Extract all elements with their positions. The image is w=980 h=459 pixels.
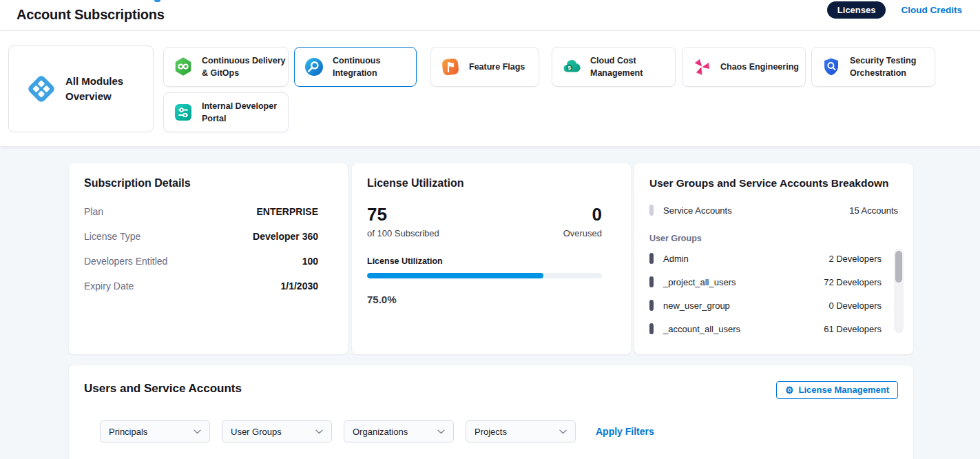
overused-stat: 0 Overused <box>563 205 602 238</box>
detail-label: License Type <box>84 231 140 242</box>
group-value: 2 Developers <box>828 254 882 264</box>
detail-label: Developers Entitled <box>84 256 167 267</box>
chaos-engineering-icon <box>691 57 712 77</box>
all-modules-icon <box>25 73 57 105</box>
chevron-down-icon <box>315 429 323 434</box>
module-tile-idp[interactable]: Internal Developer Portal <box>163 92 289 132</box>
service-accounts-label: Service Accounts <box>663 205 732 216</box>
detail-row-expiry-date: Expiry Date 1/1/2030 <box>84 274 318 298</box>
detail-label: Plan <box>84 206 103 217</box>
module-strip: All Modules Overview Continuous Delivery… <box>0 32 980 146</box>
security-testing-icon <box>821 57 842 77</box>
organizations-dropdown[interactable]: Organizations <box>344 420 454 442</box>
service-accounts-row: Service Accounts 15 Accounts <box>649 205 898 216</box>
clipped-header-icon <box>154 0 160 2</box>
module-tile-chaos-engineering[interactable]: Chaos Engineering <box>682 47 806 87</box>
used-stat: 75 of 100 Subscribed <box>367 205 439 238</box>
group-marker-icon <box>649 300 654 311</box>
header-nav: Licenses Cloud Credits <box>827 1 962 19</box>
chevron-down-icon <box>194 429 201 434</box>
gear-icon: ⚙ <box>785 385 794 395</box>
detail-value: Developer 360 <box>253 231 318 242</box>
utilization-bar-label: License Utilization <box>367 256 616 266</box>
group-name: new_user_group <box>663 300 730 311</box>
license-utilization-card: License Utilization 75 of 100 Subscribed… <box>352 163 631 354</box>
group-value: 61 Developers <box>824 324 882 334</box>
license-management-button[interactable]: ⚙ License Management <box>776 381 898 399</box>
user-group-row: _project_all_users 72 Developers <box>649 270 882 294</box>
feature-flags-icon <box>440 57 461 77</box>
module-tile-label: Continuous Delivery & GitOps <box>202 54 286 79</box>
account-subscriptions-page: Account Subscriptions Licenses Cloud Cre… <box>0 0 980 459</box>
chevron-down-icon <box>437 429 445 434</box>
group-marker-icon <box>649 323 654 334</box>
group-name: _account_all_users <box>663 324 740 334</box>
module-tile-label: Security Testing Orchestration <box>850 54 916 79</box>
group-value: 72 Developers <box>824 277 882 287</box>
continuous-integration-icon <box>304 57 324 77</box>
group-name: Admin <box>663 254 689 264</box>
utilization-percent: 75.0% <box>367 294 616 305</box>
module-tile-label: Chaos Engineering <box>720 61 799 73</box>
license-utilization-title: License Utilization <box>367 177 616 190</box>
user-groups-heading: User Groups <box>649 234 898 243</box>
user-group-row: Admin 2 Developers <box>649 247 882 270</box>
svg-text:$: $ <box>568 65 572 71</box>
breakdown-card: User Groups and Service Accounts Breakdo… <box>634 163 913 354</box>
cd-gitops-icon <box>173 57 194 77</box>
page-header: Account Subscriptions Licenses Cloud Cre… <box>0 0 980 31</box>
group-marker-icon <box>649 253 654 264</box>
utilization-progress-track <box>367 273 602 278</box>
content-area: Subscription Details Plan ENTERPRISE Lic… <box>0 146 980 459</box>
user-group-row: new_user_group 0 Developers <box>649 294 882 317</box>
detail-row-plan: Plan ENTERPRISE <box>84 199 318 224</box>
service-accounts-value: 15 Accounts <box>849 205 898 216</box>
cloud-cost-icon: $ <box>561 57 582 77</box>
scrollbar-thumb[interactable] <box>895 251 902 283</box>
user-group-list: Admin 2 Developers _project_all_users 72… <box>649 247 898 340</box>
module-tile-security-testing[interactable]: Security Testing Orchestration <box>811 47 935 87</box>
apply-filters-link[interactable]: Apply Filters <box>596 426 654 437</box>
overused-caption: Overused <box>563 228 602 238</box>
principals-dropdown[interactable]: Principals <box>100 420 210 442</box>
overused-count: 0 <box>563 205 602 225</box>
breakdown-title: User Groups and Service Accounts Breakdo… <box>649 177 898 190</box>
licenses-tab[interactable]: Licenses <box>827 1 886 19</box>
detail-row-developers-entitled: Developers Entitled 100 <box>84 249 318 274</box>
group-value: 0 Developers <box>828 300 882 311</box>
utilization-progress-fill <box>367 273 543 278</box>
cloud-credits-tab[interactable]: Cloud Credits <box>901 5 962 15</box>
subscription-details-title: Subscription Details <box>84 177 333 190</box>
detail-value: 1/1/2030 <box>281 280 319 292</box>
internal-developer-portal-icon <box>173 102 194 123</box>
group-list-scrollbar[interactable] <box>894 249 904 333</box>
module-tile-label: Internal Developer Portal <box>202 100 277 125</box>
user-groups-dropdown[interactable]: User Groups <box>222 420 332 442</box>
subscription-details-card: Subscription Details Plan ENTERPRISE Lic… <box>69 163 348 354</box>
group-name: _project_all_users <box>663 277 736 287</box>
dropdown-label: Principals <box>109 427 147 437</box>
subscription-details-rows: Plan ENTERPRISE License Type Developer 3… <box>84 199 333 298</box>
module-tile-continuous-integration[interactable]: Continuous Integration <box>294 47 417 87</box>
used-count: 75 <box>367 205 439 225</box>
module-tile-cd-gitops[interactable]: Continuous Delivery & GitOps <box>163 47 289 87</box>
utilization-stats: 75 of 100 Subscribed 0 Overused <box>367 205 616 238</box>
dropdown-label: Organizations <box>353 427 408 437</box>
module-tile-label: Continuous Integration <box>333 54 380 79</box>
page-title: Account Subscriptions <box>17 7 165 23</box>
dropdown-label: User Groups <box>231 427 282 437</box>
group-marker-icon <box>649 276 654 287</box>
users-service-accounts-card: Users and Service Accounts ⚙ License Man… <box>69 365 913 459</box>
detail-row-license-type: License Type Developer 360 <box>84 224 318 249</box>
used-caption: of 100 Subscribed <box>367 228 439 238</box>
filter-bar: Principals User Groups Organizations Pro… <box>100 420 654 442</box>
module-tile-feature-flags[interactable]: Feature Flags <box>430 47 539 87</box>
all-modules-overview-card[interactable]: All Modules Overview <box>8 45 154 132</box>
license-management-label: License Management <box>799 385 890 395</box>
all-modules-label: All Modules Overview <box>65 74 123 105</box>
service-accounts-marker-icon <box>649 205 654 216</box>
module-tile-label: Feature Flags <box>469 61 525 73</box>
projects-dropdown[interactable]: Projects <box>466 420 576 442</box>
dropdown-label: Projects <box>475 427 507 437</box>
module-tile-cloud-cost[interactable]: $ Cloud Cost Management <box>552 47 676 87</box>
